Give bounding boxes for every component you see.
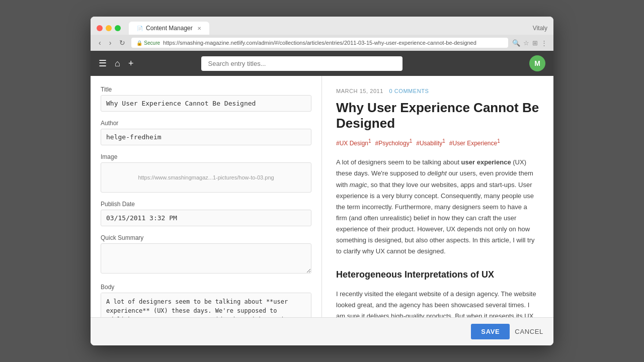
quick-summary-label: Quick Summary: [101, 234, 311, 241]
author-input[interactable]: [101, 129, 311, 145]
image-label: Image: [101, 153, 311, 160]
extensions-icon[interactable]: ⊞: [532, 39, 538, 47]
traffic-lights: [97, 25, 121, 31]
main-content: Title Author Image https://www.smashingm…: [91, 76, 553, 317]
title-field-group: Title: [101, 86, 311, 112]
image-field[interactable]: https://www.smashingmagaz...1-pictures/h…: [101, 162, 311, 193]
search-icon[interactable]: 🔍: [512, 39, 520, 47]
tab-title: Content Manager: [146, 25, 193, 32]
title-input[interactable]: [101, 95, 311, 112]
tag-psychology[interactable]: #Psychology1: [375, 138, 413, 147]
search-input[interactable]: [201, 56, 403, 71]
search-bar: [201, 56, 403, 71]
active-tab[interactable]: 📄 Content Manager ✕: [129, 22, 209, 35]
address-bar-icons: 🔍 ☆ ⊞ ⋮: [512, 39, 547, 47]
menu-icon[interactable]: ☰: [99, 58, 107, 69]
preview-panel: MARCH 15, 2011 0 Comments Why User Exper…: [322, 76, 553, 317]
publish-date-label: Publish Date: [101, 201, 311, 208]
author-field-group: Author: [101, 120, 311, 145]
avatar: M: [529, 55, 545, 71]
image-field-group: Image https://www.smashingmagaz...1-pict…: [101, 153, 311, 193]
browser-window: 📄 Content Manager ✕ Vitaly ‹ › ↻ 🔒 Secur…: [91, 17, 553, 345]
url-display: https://smashing-magazine.netlify.com/ad…: [163, 40, 476, 46]
body-label: Body: [101, 284, 311, 291]
tab-favicon: 📄: [137, 26, 143, 31]
bookmark-icon[interactable]: ☆: [523, 39, 529, 47]
tag-ux-design[interactable]: #UX Design1: [336, 138, 371, 147]
footer-bar: SAVE CANCEL: [91, 317, 553, 345]
author-label: Author: [101, 120, 311, 127]
body-field-group: Body A lot of designers seem to be talki…: [101, 284, 311, 317]
back-button[interactable]: ‹: [97, 38, 103, 48]
quick-summary-input[interactable]: [101, 243, 311, 274]
image-url-display: https://www.smashingmagaz...1-pictures/h…: [138, 174, 274, 180]
app-header: ☰ ⌂ + M: [91, 51, 553, 76]
menu-icon[interactable]: ⋮: [541, 39, 547, 47]
user-label: Vitaly: [533, 25, 547, 32]
body-paragraph-1: A lot of designers seem to be talking ab…: [336, 157, 539, 257]
tag-user-experience[interactable]: #User Experience1: [449, 138, 500, 147]
address-bar: ‹ › ↻ 🔒 Secure https://smashing-magazine…: [91, 35, 553, 51]
publish-date-input[interactable]: [101, 210, 311, 226]
tab-close-icon[interactable]: ✕: [197, 26, 201, 31]
forward-button[interactable]: ›: [107, 38, 114, 48]
tab-bar: 📄 Content Manager ✕: [129, 22, 209, 35]
minimize-button[interactable]: [106, 25, 112, 31]
browser-titlebar: 📄 Content Manager ✕ Vitaly: [91, 17, 553, 35]
tag-usability[interactable]: #Usability1: [416, 138, 445, 147]
add-icon[interactable]: +: [128, 58, 134, 69]
preview-title: Why User Experience Cannot Be Designed: [336, 100, 539, 131]
cancel-button[interactable]: CANCEL: [515, 328, 543, 335]
save-button[interactable]: SAVE: [471, 324, 510, 339]
close-button[interactable]: [97, 25, 103, 31]
preview-date: MARCH 15, 2011: [336, 88, 383, 94]
edit-panel: Title Author Image https://www.smashingm…: [91, 76, 322, 317]
secure-badge: 🔒 Secure: [136, 40, 160, 46]
section-title: Heterogeneous Interpretations of UX: [336, 267, 539, 283]
comments-link[interactable]: 0 Comments: [389, 88, 429, 94]
quick-summary-field-group: Quick Summary: [101, 234, 311, 276]
maximize-button[interactable]: [115, 25, 121, 31]
body-input[interactable]: A lot of designers seem to be talking ab…: [101, 293, 311, 317]
title-label: Title: [101, 86, 311, 93]
address-input[interactable]: 🔒 Secure https://smashing-magazine.netli…: [131, 38, 508, 48]
preview-meta: MARCH 15, 2011 0 Comments: [336, 88, 539, 94]
tags-container: #UX Design1 #Psychology1 #Usability1 #Us…: [336, 138, 539, 147]
body-paragraph-2: I recently visited the elegant website o…: [336, 289, 539, 317]
refresh-button[interactable]: ↻: [117, 38, 127, 48]
home-icon[interactable]: ⌂: [115, 58, 120, 69]
preview-body: A lot of designers seem to be talking ab…: [336, 157, 539, 317]
publish-date-field-group: Publish Date: [101, 201, 311, 226]
